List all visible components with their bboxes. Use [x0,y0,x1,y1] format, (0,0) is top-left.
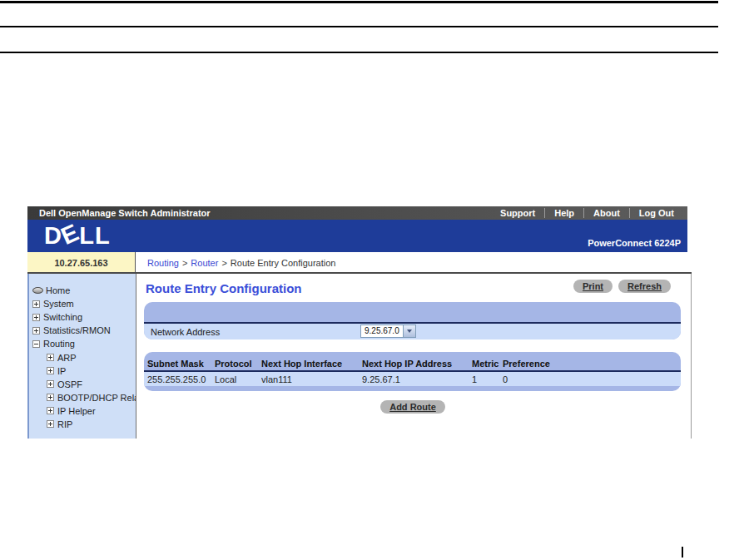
network-address-select[interactable]: 9.25.67.0 [360,325,416,338]
dropdown-button[interactable] [403,325,415,337]
breadcrumb-separator: > [218,258,230,268]
brand-bar: DELL PowerConnect 6224P [27,220,687,252]
cell-metric: 1 [472,374,503,384]
document-rule-middle [0,26,718,27]
sidebar-item-bootp-dhcp-relay[interactable]: BOOTP/DHCP Relay A [29,391,136,404]
breadcrumb-link-routing[interactable]: Routing [147,258,179,268]
switch-admin-screenshot: Dell OpenManage Switch Administrator Sup… [27,206,693,439]
document-page: Dell OpenManage Switch Administrator Sup… [0,0,749,560]
sidebar-item-label: IP [57,366,66,376]
breadcrumb-current-page: Route Entry Configuration [231,258,336,268]
expand-plus-icon[interactable] [32,314,40,321]
collapse-minus-icon[interactable] [32,340,40,348]
expand-plus-icon[interactable] [47,420,54,428]
sidebar-item-label: RIP [57,419,72,429]
title-bar: Dell OpenManage Switch Administrator Sup… [27,206,687,220]
help-link[interactable]: Help [544,208,583,218]
page-footer-tick [682,547,683,558]
route-table-header: Subnet Mask Protocol Next Hop Interface … [144,357,681,370]
navigation-tree: Home System Switching Statistics/RMON Ro… [27,274,136,439]
cell-next-hop-interface: vlan111 [261,374,362,384]
sidebar-item-rip[interactable]: RIP [29,418,136,431]
col-subnet-mask: Subnet Mask [147,359,215,369]
sidebar-item-label: Statistics/RMON [43,325,111,335]
network-address-label: Network Address [144,327,220,337]
document-rule-top [0,1,718,3]
sidebar-item-ospf[interactable]: OSPF [29,378,136,391]
content-right-border [691,274,692,439]
app-title: Dell OpenManage Switch Administrator [27,208,211,218]
document-rule-bottom [0,52,718,53]
main-content: Route Entry Configuration Print Refresh … [136,274,691,439]
network-address-panel: Network Address 9.25.67.0 [144,302,681,339]
cell-next-hop-ip: 9.25.67.1 [362,374,472,384]
sidebar-item-label: IP Helper [57,406,96,416]
expand-plus-icon[interactable] [32,300,40,308]
product-name: PowerConnect 6224P [588,238,681,248]
title-bar-links: Support Help About Log Out [491,206,687,220]
about-link[interactable]: About [583,208,629,218]
page-title: Route Entry Configuration [146,281,302,295]
sidebar-item-label: OSPF [57,379,82,389]
dell-logo: DELL [44,222,111,250]
expand-plus-icon[interactable] [47,394,54,401]
sidebar-item-arp[interactable]: ARP [29,350,136,364]
sidebar-item-label: BOOTP/DHCP Relay A [57,393,136,403]
sidebar-item-routing[interactable]: Routing [29,337,136,350]
add-route-button-row: Add Route [136,400,689,414]
col-next-hop-interface: Next Hop Interface [261,359,362,369]
col-next-hop-ip: Next Hop IP Address [362,359,472,369]
cell-protocol: Local [215,374,261,384]
breadcrumb: Routing > Router > Route Entry Configura… [136,252,692,273]
sidebar-item-switching[interactable]: Switching [29,310,136,324]
cell-preference: 0 [503,374,681,384]
route-table-panel: Subnet Mask Protocol Next Hop Interface … [144,352,681,391]
expand-plus-icon[interactable] [47,367,54,374]
sidebar-item-label: Switching [43,312,82,322]
logo-letters-ll: LL [79,222,110,249]
col-protocol: Protocol [215,359,261,369]
breadcrumb-link-router[interactable]: Router [191,258,218,268]
device-ip-address: 10.27.65.163 [27,252,136,273]
sidebar-item-ip[interactable]: IP [29,364,136,378]
expand-plus-icon[interactable] [47,380,54,388]
sidebar-item-label: Home [46,285,70,295]
breadcrumb-separator: > [179,258,191,268]
sidebar-item-ip-helper[interactable]: IP Helper [29,404,136,418]
table-row: 255.255.255.0 Local vlan111 9.25.67.1 1 … [144,372,681,386]
sidebar-item-system[interactable]: System [29,297,136,310]
cell-subnet-mask: 255.255.255.0 [147,374,215,384]
home-disk-icon [32,287,43,294]
network-address-value: 9.25.67.0 [361,325,403,337]
logout-link[interactable]: Log Out [629,208,683,218]
sidebar-item-label: Routing [43,339,75,349]
sidebar-item-label: ARP [57,353,77,363]
support-link[interactable]: Support [491,208,544,218]
refresh-button[interactable]: Refresh [618,280,671,293]
sidebar-item-statistics-rmon[interactable]: Statistics/RMON [29,324,136,337]
print-button[interactable]: Print [573,280,613,293]
page-action-buttons: Print Refresh [573,280,671,293]
expand-plus-icon[interactable] [32,327,40,335]
expand-plus-icon[interactable] [47,354,54,361]
expand-plus-icon[interactable] [47,407,54,414]
sidebar-item-home[interactable]: Home [29,284,136,297]
col-metric: Metric [472,359,503,369]
network-address-row: Network Address 9.25.67.0 [144,324,681,339]
chevron-down-icon [407,330,412,335]
route-table-row: 255.255.255.0 Local vlan111 9.25.67.1 1 … [144,372,681,386]
col-preference: Preference [503,359,681,369]
sidebar-item-label: System [43,299,74,309]
add-route-button[interactable]: Add Route [380,400,445,414]
